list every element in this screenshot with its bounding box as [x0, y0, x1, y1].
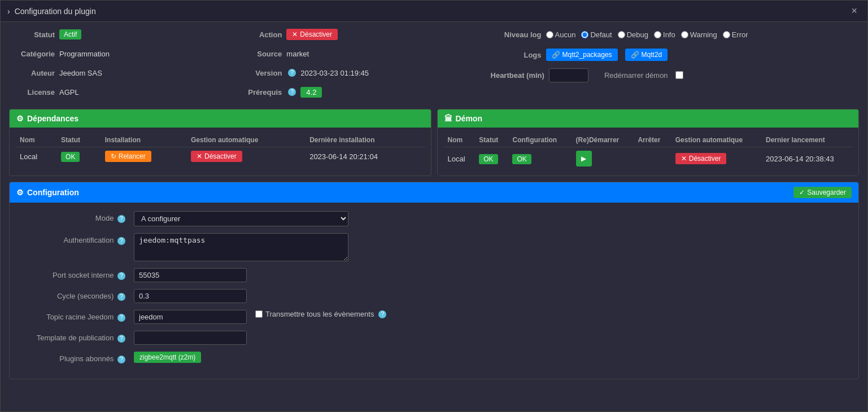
- categorie-value: Programmation: [59, 50, 110, 58]
- cycle-row: Cycle (secondes) ?: [21, 289, 847, 303]
- auteur-value: Jeedom SAS: [59, 69, 102, 77]
- template-row: Template de publication ?: [21, 331, 847, 345]
- heartbeat-input[interactable]: [549, 68, 588, 82]
- port-socket-help-icon[interactable]: ?: [117, 272, 125, 280]
- top-col-2: Action ✕ Désactiver Source market Versio…: [220, 27, 479, 100]
- authentification-textarea[interactable]: jeedom:mqttpass: [134, 233, 348, 261]
- topic-help-icon[interactable]: ?: [117, 314, 125, 322]
- dep-desactiver-label: Désactiver: [204, 152, 237, 160]
- dep-nom-cell: Local: [15, 147, 56, 166]
- dep-gestion-cell: ✕ Désactiver: [186, 147, 305, 166]
- authentification-row: Authentification ? jeedom:mqttpass: [21, 233, 847, 261]
- version-row: Version ? 2023-03-23 01:19:45: [242, 65, 479, 81]
- cycle-input[interactable]: [134, 289, 247, 303]
- dep-x-icon: ✕: [197, 152, 202, 160]
- close-button[interactable]: ×: [848, 4, 861, 18]
- demon-col-gestion: Gestion automatique: [671, 133, 761, 147]
- prerequis-help-icon[interactable]: ?: [288, 88, 296, 96]
- plugins-help-icon[interactable]: ?: [117, 356, 125, 363]
- heartbeat-row: Heartbeat (min) Redémarrer démon: [491, 67, 858, 83]
- logs-row: Logs 🔗 Mqtt2_packages 🔗 Mqtt2d: [491, 47, 858, 63]
- log-debug-option[interactable]: Debug: [618, 30, 648, 39]
- log-warning-option[interactable]: Warning: [681, 30, 717, 39]
- dep-desactiver-button[interactable]: ✕ Désactiver: [191, 151, 242, 162]
- plugin-config-modal: › Configuration du plugin × Statut Actif…: [0, 0, 868, 412]
- mqtt2-packages-log-label: Mqtt2_packages: [562, 51, 612, 59]
- mode-row: Mode ? A configurer Broker local Broker …: [21, 211, 847, 226]
- relancer-label: Relancer: [119, 152, 146, 160]
- log-warning-label: Warning: [690, 30, 717, 39]
- transmettre-checkbox[interactable]: [255, 310, 263, 318]
- configuration-section: ⚙ Configuration ✓ Sauvegarder Mode ? A c…: [9, 182, 859, 379]
- log-info-label: Info: [663, 30, 675, 39]
- demon-config-cell: OK: [508, 147, 571, 170]
- template-input[interactable]: [134, 331, 247, 345]
- authentification-help-icon[interactable]: ?: [117, 237, 125, 245]
- dependances-title: Dépendances: [27, 114, 78, 123]
- demon-table: Nom Statut Configuration (Re)Démarrer Ar…: [443, 133, 853, 170]
- demon-start-button[interactable]: ▶: [576, 151, 592, 166]
- mode-select[interactable]: A configurer Broker local Broker distant: [134, 211, 348, 226]
- heartbeat-label: Heartbeat (min): [491, 71, 544, 80]
- mode-help-icon[interactable]: ?: [117, 215, 125, 223]
- prerequis-label: Prérequis: [242, 88, 282, 97]
- demon-col-arreter: Arrêter: [633, 133, 670, 147]
- dep-installation-cell: ↻ Relancer: [101, 147, 186, 166]
- desactiver-action-button[interactable]: ✕ Désactiver: [286, 29, 338, 40]
- demon-ok-badge: OK: [479, 154, 498, 164]
- mqtt2-packages-log-button[interactable]: 🔗 Mqtt2_packages: [546, 49, 618, 61]
- log-debug-radio[interactable]: [618, 31, 625, 38]
- categorie-label: Catégorie: [10, 50, 55, 58]
- log-level-radio-group: Aucun Defaut Debug Info: [546, 30, 748, 39]
- license-label: License: [10, 88, 55, 97]
- zigbee2mqtt-plugin-badge: zigbee2mqtt (z2m): [134, 352, 201, 363]
- log-aucun-option[interactable]: Aucun: [546, 30, 576, 39]
- transmettre-group: Transmettre tous les évènements ?: [255, 310, 386, 318]
- log-defaut-option[interactable]: Defaut: [581, 30, 612, 39]
- dep-col-gestion: Gestion automatique: [186, 133, 305, 147]
- statut-row: Statut Actif: [10, 27, 220, 42]
- demon-panel-header: 🏛 Démon: [438, 109, 859, 128]
- statut-badge: Actif: [59, 29, 81, 40]
- logs-label: Logs: [491, 51, 542, 59]
- log-info-radio[interactable]: [654, 31, 661, 38]
- version-label: Version: [242, 69, 282, 77]
- auteur-label: Auteur: [10, 69, 55, 77]
- template-label-group: Template de publication ?: [21, 331, 134, 343]
- port-socket-input[interactable]: [134, 268, 247, 282]
- dep-statut-cell: OK: [56, 147, 101, 166]
- demon-icon: 🏛: [444, 114, 452, 123]
- prerequis-row: Prérequis ? 4.2: [242, 84, 479, 100]
- topic-label: Topic racine Jeedom: [46, 313, 114, 321]
- log-warning-radio[interactable]: [681, 31, 688, 38]
- log-info-option[interactable]: Info: [654, 30, 675, 39]
- niveau-log-label: Niveau log: [491, 30, 542, 39]
- log-aucun-radio[interactable]: [546, 31, 553, 38]
- authentification-label-group: Authentification ?: [21, 233, 134, 245]
- sauvegarder-label: Sauvegarder: [807, 189, 846, 196]
- chevron-right-icon: ›: [7, 7, 10, 16]
- log-aucun-label: Aucun: [555, 30, 576, 39]
- redemarrer-checkbox[interactable]: [675, 71, 683, 79]
- dep-col-derniere: Dernière installation: [305, 133, 425, 147]
- template-help-icon[interactable]: ?: [117, 335, 125, 343]
- relancer-button[interactable]: ↻ Relancer: [105, 151, 151, 162]
- demon-col-nom: Nom: [443, 133, 475, 147]
- cycle-help-icon[interactable]: ?: [117, 293, 125, 301]
- log-error-option[interactable]: Error: [723, 30, 748, 39]
- sauvegarder-button[interactable]: ✓ Sauvegarder: [793, 187, 852, 198]
- top-info-grid: Statut Actif Catégorie Programmation Aut…: [1, 22, 867, 103]
- log-defaut-radio[interactable]: [581, 31, 588, 38]
- mqtt2d-log-button[interactable]: 🔗 Mqtt2d: [625, 49, 668, 61]
- demon-col-config: Configuration: [508, 133, 571, 147]
- link2-icon: 🔗: [631, 51, 639, 59]
- dep-derniere-cell: 2023-06-14 20:21:04: [305, 147, 425, 166]
- transmettre-help-icon[interactable]: ?: [378, 310, 386, 318]
- cycle-label-group: Cycle (secondes) ?: [21, 289, 134, 301]
- version-help-icon[interactable]: ?: [288, 69, 296, 77]
- log-error-radio[interactable]: [723, 31, 730, 38]
- demon-desactiver-button[interactable]: ✕ Désactiver: [675, 153, 727, 164]
- config-gear-icon: ⚙: [16, 188, 24, 197]
- topic-input[interactable]: [134, 310, 247, 324]
- demon-col-redemarrer: (Re)Démarrer: [572, 133, 634, 147]
